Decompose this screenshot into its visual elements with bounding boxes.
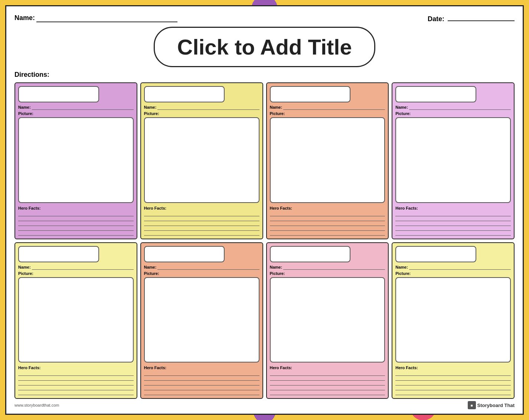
card-7-small-box bbox=[270, 246, 351, 262]
card-7-line-4 bbox=[270, 387, 385, 390]
card-7-name-label: Name: bbox=[270, 265, 283, 269]
card-3-small-box bbox=[270, 86, 351, 102]
card-2-name-underline[interactable] bbox=[157, 105, 259, 110]
card-4: Name: Picture: Hero Facts: bbox=[392, 82, 515, 239]
brand-name: Storyboard That bbox=[477, 403, 515, 408]
card-5-name-label: Name: bbox=[18, 265, 31, 269]
card-7-picture-label: Picture: bbox=[270, 271, 385, 276]
card-5-name-underline[interactable] bbox=[32, 265, 134, 270]
card-5-line-1 bbox=[18, 373, 134, 376]
card-1-line-1 bbox=[18, 213, 134, 216]
card-3-name-underline[interactable] bbox=[283, 105, 385, 110]
card-4-line-5 bbox=[395, 233, 511, 236]
card-1-picture-label: Picture: bbox=[18, 111, 134, 116]
card-3-line-2 bbox=[270, 218, 385, 221]
date-field-group: Date: bbox=[428, 13, 515, 23]
card-6-line-5 bbox=[144, 392, 259, 395]
card-8-hero-label: Hero Facts: bbox=[395, 365, 511, 370]
card-4-name-label: Name: bbox=[395, 105, 408, 109]
title-box[interactable]: Click to Add Title bbox=[154, 27, 375, 67]
card-4-hero-label: Hero Facts: bbox=[395, 206, 511, 210]
brand-icon: ■ bbox=[468, 401, 476, 409]
card-4-line-2 bbox=[395, 218, 511, 221]
footer: www.storyboardthat.com ■ Storyboard That bbox=[14, 401, 515, 409]
card-3-name-label: Name: bbox=[270, 105, 283, 109]
card-6-line-1 bbox=[144, 373, 259, 376]
directions-row: Directions: bbox=[14, 71, 515, 79]
card-6-name-label: Name: bbox=[144, 265, 157, 269]
card-5-line-3 bbox=[18, 383, 134, 385]
date-underline[interactable] bbox=[448, 13, 515, 21]
cards-grid: Name: Picture: Hero Facts: Name: bbox=[14, 82, 515, 399]
card-1-picture-box bbox=[18, 117, 134, 203]
card-4-line-4 bbox=[395, 228, 511, 231]
card-6-name-underline[interactable] bbox=[157, 265, 259, 270]
card-2-lines bbox=[144, 213, 259, 236]
card-8-lines bbox=[395, 373, 511, 395]
card-2-line-2 bbox=[144, 218, 259, 221]
card-5-small-box bbox=[18, 246, 99, 262]
card-1: Name: Picture: Hero Facts: bbox=[14, 82, 137, 239]
card-6-line-3 bbox=[144, 383, 259, 385]
card-1-name-row: Name: bbox=[18, 105, 134, 110]
card-2-hero-label: Hero Facts: bbox=[144, 206, 259, 210]
header-row: Name: Date: bbox=[14, 13, 515, 23]
card-1-hero-label: Hero Facts: bbox=[18, 206, 134, 210]
card-1-name-underline[interactable] bbox=[32, 105, 134, 110]
card-5-line-5 bbox=[18, 392, 134, 395]
brand-logo: ■ Storyboard That bbox=[468, 401, 515, 409]
card-7-name-underline[interactable] bbox=[283, 265, 385, 270]
name-field-group: Name: bbox=[14, 14, 177, 22]
card-1-line-4 bbox=[18, 228, 134, 231]
card-8-line-5 bbox=[395, 392, 511, 395]
card-7-line-5 bbox=[270, 392, 385, 395]
card-3-name-row: Name: bbox=[270, 105, 385, 110]
outer-border: Name: Date: Click to Add Title Direction… bbox=[0, 0, 529, 420]
card-3-line-3 bbox=[270, 223, 385, 226]
name-label: Name: bbox=[14, 14, 35, 22]
card-3-line-5 bbox=[270, 233, 385, 236]
card-5-line-2 bbox=[18, 378, 134, 381]
card-7-line-3 bbox=[270, 383, 385, 385]
title-text: Click to Add Title bbox=[177, 35, 352, 59]
card-6-small-box bbox=[144, 246, 225, 262]
directions-label: Directions: bbox=[14, 71, 49, 78]
card-7-line-1 bbox=[270, 373, 385, 376]
card-5-lines bbox=[18, 373, 134, 395]
card-4-line-1 bbox=[395, 213, 511, 216]
inner-page: Name: Date: Click to Add Title Direction… bbox=[5, 5, 524, 415]
card-7: Name: Picture: Hero Facts: bbox=[266, 242, 389, 399]
card-2-name-label: Name: bbox=[144, 105, 157, 109]
card-2-line-3 bbox=[144, 223, 259, 226]
card-3-lines bbox=[270, 213, 385, 236]
card-5-line-4 bbox=[18, 387, 134, 390]
card-6-lines bbox=[144, 373, 259, 395]
card-2-line-4 bbox=[144, 228, 259, 231]
card-5-name-row: Name: bbox=[18, 265, 134, 270]
name-underline[interactable] bbox=[36, 14, 177, 22]
card-2-name-row: Name: bbox=[144, 105, 259, 110]
card-7-lines bbox=[270, 373, 385, 395]
card-2-picture-box bbox=[144, 117, 259, 203]
card-8-picture-box bbox=[395, 277, 511, 363]
card-3-picture-box bbox=[270, 117, 385, 203]
card-1-line-5 bbox=[18, 233, 134, 236]
card-1-lines bbox=[18, 213, 134, 236]
card-1-line-2 bbox=[18, 218, 134, 221]
card-4-picture-label: Picture: bbox=[395, 111, 511, 116]
date-label: Date: bbox=[428, 15, 444, 23]
card-4-name-underline[interactable] bbox=[409, 105, 511, 110]
card-8-line-1 bbox=[395, 373, 511, 376]
card-4-small-box bbox=[395, 86, 476, 102]
card-4-lines bbox=[395, 213, 511, 236]
card-1-small-box bbox=[18, 86, 99, 102]
card-3-line-1 bbox=[270, 213, 385, 216]
card-7-line-2 bbox=[270, 378, 385, 381]
card-4-line-3 bbox=[395, 223, 511, 226]
card-2: Name: Picture: Hero Facts: bbox=[140, 82, 263, 239]
card-3-picture-label: Picture: bbox=[270, 111, 385, 116]
card-8-name-underline[interactable] bbox=[409, 265, 511, 270]
card-8-small-box bbox=[395, 246, 476, 262]
card-5-hero-label: Hero Facts: bbox=[18, 365, 134, 370]
card-2-small-box bbox=[144, 86, 225, 102]
